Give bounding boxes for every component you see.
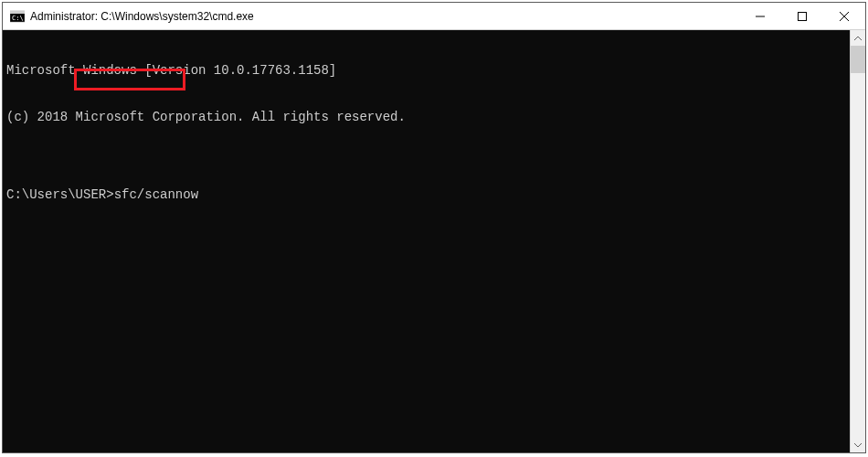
close-icon [840,12,849,21]
client-area: Microsoft Windows [Version 10.0.17763.11… [3,30,865,452]
svg-rect-1 [10,11,25,14]
vertical-scrollbar[interactable] [850,30,865,452]
scroll-up-button[interactable] [851,30,865,46]
svg-rect-4 [799,12,807,20]
maximize-button[interactable] [781,3,823,29]
typed-command: sfc/scannow [114,187,198,203]
cmd-icon: C:\ [10,9,25,24]
copyright-line: (c) 2018 Microsoft Corporation. All righ… [6,110,846,125]
window-controls [739,3,865,29]
svg-text:C:\: C:\ [12,15,24,22]
titlebar[interactable]: C:\ Administrator: C:\Windows\system32\c… [3,3,865,30]
minimize-icon [756,12,765,21]
chevron-up-icon [854,35,862,42]
close-button[interactable] [823,3,865,29]
version-line: Microsoft Windows [Version 10.0.17763.11… [6,63,846,79]
prompt-path: C:\Users\USER> [6,187,114,203]
scroll-thumb[interactable] [851,46,865,73]
maximize-icon [798,12,807,21]
prompt-line: C:\Users\USER>sfc/scannow [6,187,846,203]
window-title: Administrator: C:\Windows\system32\cmd.e… [30,10,739,23]
terminal-output[interactable]: Microsoft Windows [Version 10.0.17763.11… [3,30,850,452]
scroll-down-button[interactable] [851,437,865,452]
scroll-track[interactable] [851,46,865,437]
cmd-window: C:\ Administrator: C:\Windows\system32\c… [2,2,866,453]
minimize-button[interactable] [739,3,781,29]
chevron-down-icon [854,441,862,449]
